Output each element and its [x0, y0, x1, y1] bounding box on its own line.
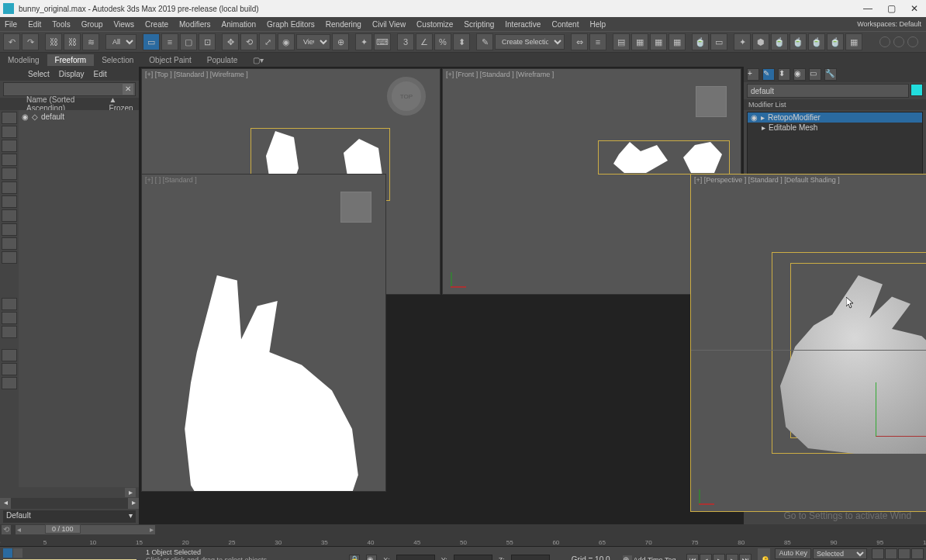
zoom-button[interactable] [885, 548, 897, 559]
viewport-front-label[interactable]: [+] [Front ] [Standard ] [Wireframe ] [446, 71, 554, 78]
prev-frame-button[interactable]: ◂ [700, 554, 712, 561]
modify-tab-icon[interactable]: ✎ [762, 68, 775, 81]
scene-tree[interactable]: ◉ ◇ default [19, 110, 139, 487]
display-all-icon[interactable] [2, 298, 17, 310]
manipulate-button[interactable]: ✦ [355, 33, 372, 50]
frame-ruler[interactable]: 0510152025303540455055606570758085909510… [0, 535, 926, 546]
ribbon-tab-objectpaint[interactable]: Object Paint [141, 54, 199, 66]
viewport-perspective-label[interactable]: [+] [Perspective ] [Standard ] [Default … [694, 176, 840, 184]
ribbon-tab-freeform[interactable]: Freeform [47, 54, 95, 66]
mirror-button[interactable]: ⇔ [571, 33, 588, 50]
render-output-button[interactable]: ▦ [845, 33, 862, 50]
keymode-dropdown[interactable]: Selected [813, 548, 867, 559]
fov-button[interactable] [898, 548, 910, 559]
autokey-button[interactable]: Auto Key [775, 548, 811, 559]
scale-button[interactable]: ⤢ [259, 33, 276, 50]
set-key-large-button[interactable]: 🔑 [758, 548, 770, 560]
render-last-button[interactable]: 🍵 [827, 33, 844, 50]
undo-button[interactable]: ↶ [3, 33, 20, 50]
material-editor-button[interactable]: ▦ [669, 33, 686, 50]
filter-spacewarps-icon[interactable] [2, 181, 17, 194]
workspace-label[interactable]: Workspaces: Default [857, 20, 921, 28]
close-button[interactable]: ✕ [903, 0, 926, 17]
menu-edit[interactable]: Edit [28, 20, 41, 29]
isolate-icon[interactable]: ◉ [366, 555, 377, 561]
align-button[interactable]: ≡ [589, 33, 606, 50]
menu-group[interactable]: Group [81, 20, 103, 29]
hscroll-left[interactable]: ◂ [0, 498, 11, 509]
modifier-list-label[interactable]: Modifier List [744, 99, 926, 110]
menu-modifiers[interactable]: Modifiers [179, 20, 211, 29]
rotate-button[interactable]: ⟲ [240, 33, 257, 50]
move-button[interactable]: ✥ [222, 33, 239, 50]
filter-shapes-icon[interactable] [2, 126, 17, 138]
select-children-icon[interactable] [2, 349, 17, 361]
hscroll-right[interactable]: ▸ [128, 498, 139, 509]
visibility-icon[interactable]: ◉ [22, 112, 29, 121]
scene-search-input[interactable]: ✕ [3, 82, 136, 96]
percent-snap-button[interactable]: % [434, 33, 451, 50]
goto-start-button[interactable]: ⏮ [686, 554, 699, 561]
status-box-2[interactable] [13, 548, 22, 558]
placement-button[interactable]: ◉ [278, 33, 295, 50]
filter-lights-icon[interactable] [2, 140, 17, 152]
pan-view-button[interactable] [872, 548, 884, 559]
coord-x-input[interactable] [396, 555, 435, 561]
viewport-left[interactable]: [+] [ ] [Standard ] [141, 174, 386, 492]
render-iray-button[interactable]: ⬢ [752, 33, 769, 50]
scene-search-clear-button[interactable]: ✕ [123, 84, 133, 95]
filter-helpers-icon[interactable] [2, 168, 17, 180]
modifier-editable-mesh[interactable]: ▸ Editable Mesh [748, 123, 922, 133]
menu-create[interactable]: Create [145, 20, 168, 29]
ribbon-tab-modeling[interactable]: Modeling [0, 54, 47, 66]
modifier-expand-icon[interactable]: ▸ [762, 123, 765, 132]
filter-frozen-icon[interactable] [2, 251, 17, 264]
modifier-stack[interactable]: ◉ ▸ RetopoModifier ▸ Editable Mesh [747, 112, 923, 183]
filter-containers-icon[interactable] [2, 237, 17, 250]
viewport-left-label[interactable]: [+] [ ] [Standard ] [145, 176, 197, 184]
scene-expand-button[interactable]: ▸ [125, 488, 136, 497]
hierarchy-tab-icon[interactable]: ⬍ [778, 68, 790, 81]
menu-civilview[interactable]: Civil View [372, 20, 406, 29]
filter-xrefs-icon[interactable] [2, 209, 17, 222]
menu-content[interactable]: Content [551, 20, 579, 29]
menu-interactive[interactable]: Interactive [505, 20, 541, 29]
render-production-button[interactable]: 🍵 [771, 33, 788, 50]
coord-z-input[interactable] [511, 555, 550, 561]
rectangular-region-button[interactable]: ▢ [180, 33, 197, 50]
bind-spacewarp-button[interactable]: ≋ [82, 33, 99, 50]
menu-views[interactable]: Views [114, 20, 135, 29]
unlink-button[interactable]: ⛓ [64, 33, 81, 50]
select-dependents-icon[interactable] [2, 377, 17, 389]
window-crossing-button[interactable]: ⊡ [199, 33, 216, 50]
render-frame-button[interactable]: ▭ [710, 33, 727, 50]
goto-end-button[interactable]: ⏭ [739, 554, 752, 561]
redo-button[interactable]: ↷ [22, 33, 39, 50]
viewcube-top[interactable]: TOP [387, 77, 426, 116]
lock-selection-icon[interactable]: 🔒 [349, 555, 360, 561]
status-box-1[interactable] [3, 548, 12, 558]
modifier-visible-icon[interactable]: ◉ [751, 113, 758, 122]
link-button[interactable]: ⛓ [45, 33, 62, 50]
time-tag-icon[interactable]: ⊕ [623, 555, 632, 561]
edit-named-sel-button[interactable]: ✎ [476, 33, 493, 50]
utilities-tab-icon[interactable]: 🔧 [824, 68, 837, 81]
time-slider[interactable]: ◂ 0 / 100 ▸ [16, 525, 155, 534]
zoom-all-button[interactable] [911, 548, 924, 559]
named-selection-dropdown[interactable]: Create Selection Se [495, 34, 565, 50]
curve-editor-button[interactable]: ▦ [631, 33, 648, 50]
selection-filter-dropdown[interactable]: All [105, 34, 136, 50]
filter-groups-icon[interactable] [2, 195, 17, 208]
add-time-tag[interactable]: Add Time Tag [634, 556, 676, 561]
display-invert-icon[interactable] [2, 326, 17, 338]
ribbon-expand-button[interactable]: ▢▾ [245, 54, 271, 66]
viewcube-front[interactable] [696, 86, 727, 117]
coord-y-input[interactable] [454, 555, 492, 561]
viewport-perspective[interactable]: [+] [Perspective ] [Standard ] [Default … [690, 174, 926, 512]
viewcube-left[interactable] [340, 192, 371, 223]
modifier-expand-icon[interactable]: ▸ [761, 113, 765, 122]
viewport-top-label[interactable]: [+] [Top ] [Standard ] [Wireframe ] [145, 71, 248, 78]
transform-gizmo[interactable] [876, 382, 926, 437]
modifier-retopo[interactable]: ◉ ▸ RetopoModifier [748, 112, 922, 123]
pivot-center-button[interactable]: ⊕ [332, 33, 349, 50]
